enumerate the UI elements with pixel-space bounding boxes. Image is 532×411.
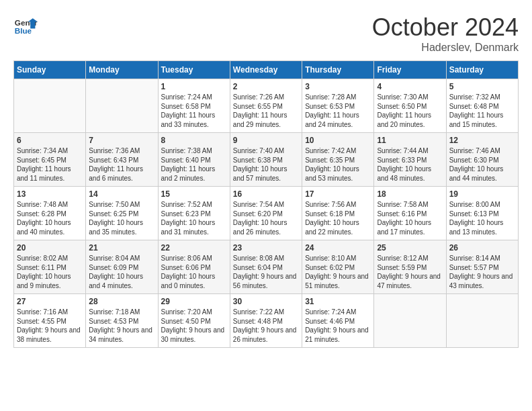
day-cell: 22Sunrise: 8:06 AM Sunset: 6:06 PM Dayli…: [158, 240, 230, 294]
week-row-3: 13Sunrise: 7:48 AM Sunset: 6:28 PM Dayli…: [14, 187, 519, 240]
day-cell: 6Sunrise: 7:34 AM Sunset: 6:45 PM Daylig…: [14, 133, 86, 187]
day-number: 24: [305, 243, 371, 253]
day-content: Sunrise: 7:30 AM Sunset: 6:50 PM Dayligh…: [377, 93, 443, 129]
day-content: Sunrise: 7:36 AM Sunset: 6:43 PM Dayligh…: [89, 146, 154, 183]
calendar-header-row: SundayMondayTuesdayWednesdayThursdayFrid…: [14, 61, 519, 79]
day-cell: 4Sunrise: 7:30 AM Sunset: 6:50 PM Daylig…: [374, 79, 446, 133]
day-cell: 19Sunrise: 8:00 AM Sunset: 6:13 PM Dayli…: [446, 187, 518, 240]
calendar-table: SundayMondayTuesdayWednesdayThursdayFrid…: [13, 60, 519, 348]
title-block: October 2024 Haderslev, Denmark: [372, 13, 519, 54]
day-number: 9: [233, 136, 299, 145]
day-number: 17: [305, 189, 371, 199]
day-content: Sunrise: 7:50 AM Sunset: 6:25 PM Dayligh…: [89, 200, 154, 236]
day-cell: 20Sunrise: 8:02 AM Sunset: 6:11 PM Dayli…: [14, 240, 86, 294]
day-content: Sunrise: 7:52 AM Sunset: 6:23 PM Dayligh…: [161, 200, 227, 236]
day-number: 22: [161, 243, 227, 253]
day-content: Sunrise: 7:46 AM Sunset: 6:30 PM Dayligh…: [449, 146, 515, 183]
day-content: Sunrise: 8:12 AM Sunset: 5:59 PM Dayligh…: [377, 254, 443, 290]
day-number: 4: [377, 82, 443, 91]
day-cell: 8Sunrise: 7:38 AM Sunset: 6:40 PM Daylig…: [158, 133, 230, 187]
column-header-thursday: Thursday: [302, 61, 374, 79]
day-content: Sunrise: 8:00 AM Sunset: 6:13 PM Dayligh…: [449, 200, 515, 236]
day-number: 18: [377, 189, 443, 199]
day-number: 15: [161, 189, 227, 199]
day-cell: 26Sunrise: 8:14 AM Sunset: 5:57 PM Dayli…: [446, 240, 518, 294]
day-content: Sunrise: 8:10 AM Sunset: 6:02 PM Dayligh…: [305, 254, 371, 290]
day-content: Sunrise: 7:24 AM Sunset: 4:46 PM Dayligh…: [305, 308, 371, 344]
day-number: 1: [161, 82, 227, 91]
day-cell: 11Sunrise: 7:44 AM Sunset: 6:33 PM Dayli…: [374, 133, 446, 187]
location-subtitle: Haderslev, Denmark: [372, 42, 519, 54]
day-cell: 24Sunrise: 8:10 AM Sunset: 6:02 PM Dayli…: [302, 240, 374, 294]
day-cell: 29Sunrise: 7:20 AM Sunset: 4:50 PM Dayli…: [158, 294, 230, 348]
day-content: Sunrise: 8:06 AM Sunset: 6:06 PM Dayligh…: [161, 254, 227, 290]
day-content: Sunrise: 8:14 AM Sunset: 5:57 PM Dayligh…: [449, 254, 515, 290]
day-content: Sunrise: 7:38 AM Sunset: 6:40 PM Dayligh…: [161, 146, 227, 183]
day-content: Sunrise: 7:18 AM Sunset: 4:53 PM Dayligh…: [89, 308, 154, 344]
day-content: Sunrise: 8:02 AM Sunset: 6:11 PM Dayligh…: [17, 254, 83, 290]
day-number: 26: [449, 243, 515, 253]
day-content: Sunrise: 7:34 AM Sunset: 6:45 PM Dayligh…: [17, 146, 83, 183]
day-number: 23: [233, 243, 299, 253]
day-content: Sunrise: 7:48 AM Sunset: 6:28 PM Dayligh…: [17, 200, 83, 236]
day-content: Sunrise: 7:22 AM Sunset: 4:48 PM Dayligh…: [233, 308, 299, 344]
day-cell: 31Sunrise: 7:24 AM Sunset: 4:46 PM Dayli…: [302, 294, 374, 348]
day-cell: 17Sunrise: 7:56 AM Sunset: 6:18 PM Dayli…: [302, 187, 374, 240]
svg-text:Blue: Blue: [15, 26, 32, 35]
column-header-tuesday: Tuesday: [158, 61, 230, 79]
logo-icon: General Blue: [13, 13, 38, 38]
day-cell: 18Sunrise: 7:58 AM Sunset: 6:16 PM Dayli…: [374, 187, 446, 240]
page-header: General Blue October 2024 Haderslev, Den…: [13, 13, 519, 54]
day-content: Sunrise: 7:58 AM Sunset: 6:16 PM Dayligh…: [377, 200, 443, 236]
column-header-wednesday: Wednesday: [230, 61, 302, 79]
day-number: 27: [17, 297, 83, 306]
column-header-saturday: Saturday: [446, 61, 518, 79]
week-row-1: 1Sunrise: 7:24 AM Sunset: 6:58 PM Daylig…: [14, 79, 519, 133]
day-cell: 12Sunrise: 7:46 AM Sunset: 6:30 PM Dayli…: [446, 133, 518, 187]
day-cell: 9Sunrise: 7:40 AM Sunset: 6:38 PM Daylig…: [230, 133, 302, 187]
day-number: 13: [17, 189, 83, 199]
day-cell: [446, 294, 518, 348]
day-cell: 23Sunrise: 8:08 AM Sunset: 6:04 PM Dayli…: [230, 240, 302, 294]
day-cell: 1Sunrise: 7:24 AM Sunset: 6:58 PM Daylig…: [158, 79, 230, 133]
day-content: Sunrise: 7:28 AM Sunset: 6:53 PM Dayligh…: [305, 93, 371, 129]
day-number: 21: [89, 243, 154, 253]
logo: General Blue: [13, 13, 38, 38]
day-content: Sunrise: 7:42 AM Sunset: 6:35 PM Dayligh…: [305, 146, 371, 183]
day-cell: 5Sunrise: 7:32 AM Sunset: 6:48 PM Daylig…: [446, 79, 518, 133]
day-content: Sunrise: 7:44 AM Sunset: 6:33 PM Dayligh…: [377, 146, 443, 183]
day-number: 8: [161, 136, 227, 145]
day-cell: [14, 79, 86, 133]
day-number: 7: [89, 136, 154, 145]
column-header-friday: Friday: [374, 61, 446, 79]
day-number: 30: [233, 297, 299, 306]
day-number: 14: [89, 189, 154, 199]
day-number: 3: [305, 82, 371, 91]
day-number: 6: [17, 136, 83, 145]
week-row-2: 6Sunrise: 7:34 AM Sunset: 6:45 PM Daylig…: [14, 133, 519, 187]
day-cell: 2Sunrise: 7:26 AM Sunset: 6:55 PM Daylig…: [230, 79, 302, 133]
day-cell: 14Sunrise: 7:50 AM Sunset: 6:25 PM Dayli…: [86, 187, 158, 240]
day-cell: 13Sunrise: 7:48 AM Sunset: 6:28 PM Dayli…: [14, 187, 86, 240]
day-number: 2: [233, 82, 299, 91]
day-number: 25: [377, 243, 443, 253]
day-number: 10: [305, 136, 371, 145]
day-cell: 28Sunrise: 7:18 AM Sunset: 4:53 PM Dayli…: [86, 294, 158, 348]
day-cell: [86, 79, 158, 133]
day-number: 19: [449, 189, 515, 199]
day-content: Sunrise: 8:04 AM Sunset: 6:09 PM Dayligh…: [89, 254, 154, 290]
day-cell: 30Sunrise: 7:22 AM Sunset: 4:48 PM Dayli…: [230, 294, 302, 348]
day-number: 11: [377, 136, 443, 145]
day-cell: 15Sunrise: 7:52 AM Sunset: 6:23 PM Dayli…: [158, 187, 230, 240]
day-number: 29: [161, 297, 227, 306]
week-row-5: 27Sunrise: 7:16 AM Sunset: 4:55 PM Dayli…: [14, 294, 519, 348]
day-cell: 21Sunrise: 8:04 AM Sunset: 6:09 PM Dayli…: [86, 240, 158, 294]
day-number: 31: [305, 297, 371, 306]
day-cell: 16Sunrise: 7:54 AM Sunset: 6:20 PM Dayli…: [230, 187, 302, 240]
day-cell: 3Sunrise: 7:28 AM Sunset: 6:53 PM Daylig…: [302, 79, 374, 133]
day-content: Sunrise: 7:24 AM Sunset: 6:58 PM Dayligh…: [161, 93, 227, 129]
week-row-4: 20Sunrise: 8:02 AM Sunset: 6:11 PM Dayli…: [14, 240, 519, 294]
day-content: Sunrise: 7:20 AM Sunset: 4:50 PM Dayligh…: [161, 308, 227, 344]
day-number: 12: [449, 136, 515, 145]
day-cell: 10Sunrise: 7:42 AM Sunset: 6:35 PM Dayli…: [302, 133, 374, 187]
